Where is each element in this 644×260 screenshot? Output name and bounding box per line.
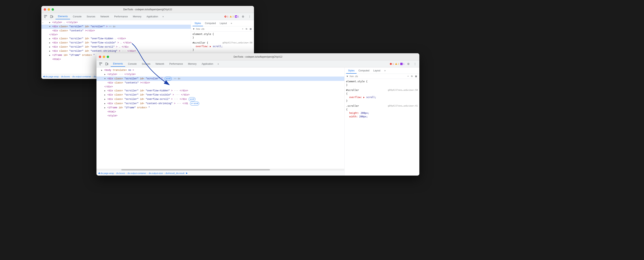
html-line[interactable]: <style> xyxy=(96,114,344,118)
filter-copy-btn-2[interactable]: ⧉ xyxy=(410,75,414,78)
ellipsis-1: … xyxy=(42,21,44,24)
breadcrumb-forward[interactable]: ▶ xyxy=(186,172,188,174)
tab-more-styles-1[interactable]: » xyxy=(229,21,234,26)
tab-memory-1[interactable]: Memory xyxy=(130,14,144,19)
breadcrumb-item[interactable]: div.output-sizer xyxy=(149,172,163,174)
tabs-more-1[interactable]: » xyxy=(161,14,166,19)
minimize-button-1[interactable] xyxy=(48,8,50,11)
close-button-2[interactable] xyxy=(99,56,101,58)
filter-toggle-btn-1[interactable]: ▦ xyxy=(249,27,252,31)
svg-text:◼: ◼ xyxy=(235,16,237,18)
filter-input-2[interactable] xyxy=(349,75,406,78)
html-line[interactable]: ▶ <style> … </style> xyxy=(41,21,191,25)
more-icon-2[interactable]: ⋮ xyxy=(412,61,418,67)
breadcrumb-item[interactable]: div.boxes xyxy=(61,75,70,78)
scrollbar-horizontal[interactable] xyxy=(96,169,344,170)
styles-panel-2: Styles Computed Layout » ▼ + ⧉ ▦ element… xyxy=(344,67,419,176)
tab-sources-2[interactable]: Sources xyxy=(140,61,153,66)
scroll-badge-selected: scroll xyxy=(164,77,172,81)
device-icon[interactable] xyxy=(49,14,54,19)
filter-input-1[interactable] xyxy=(196,28,240,30)
filter-add-btn-2[interactable]: + xyxy=(407,75,410,78)
html-line-selected-2[interactable]: ▼ <div class= "scroller" id= "scroller" … xyxy=(96,77,344,81)
tab-more-styles-2[interactable]: » xyxy=(382,68,388,74)
tab-console-2[interactable]: Console xyxy=(126,61,139,66)
filter-add-btn-1[interactable]: + xyxy=(242,27,244,31)
breadcrumb-item[interactable]: div.page-wrap xyxy=(45,75,59,78)
tab-performance-2[interactable]: Performance xyxy=(167,61,185,66)
window-title-1: DevTools - codepen.io/sofiayem/pen/gOVpX… xyxy=(123,8,172,11)
html-line[interactable]: ▶ <style> ··· </style> xyxy=(96,72,344,77)
tab-elements-1[interactable]: Elements xyxy=(56,14,70,19)
devtools-tabs-2: Elements Console Sources Network Perform… xyxy=(96,60,419,67)
breadcrumb-item[interactable]: div.output-container xyxy=(72,75,91,78)
inspect-icon[interactable] xyxy=(43,14,48,19)
window-title-2: DevTools - codepen.io/sofiayem/pen/gOVpX… xyxy=(234,55,282,58)
html-line[interactable]: <html> xyxy=(96,110,344,114)
tab-memory-2[interactable]: Memory xyxy=(186,61,199,66)
inspect-icon-2[interactable] xyxy=(98,61,104,67)
settings-icon-2[interactable]: ⚙ xyxy=(406,61,411,67)
html-line[interactable]: </div> xyxy=(41,33,191,37)
html-line[interactable]: </div> xyxy=(96,85,344,89)
html-line[interactable]: <div class= "contents" ></div> xyxy=(41,29,191,33)
html-line[interactable]: ▶ <div class= "scroller" id= "overflow-v… xyxy=(41,41,191,45)
html-line[interactable]: ▶ <iframe id= "iframe" srcdoc= " xyxy=(96,106,344,110)
tab-application-1[interactable]: Application xyxy=(144,14,160,19)
maximize-button-1[interactable] xyxy=(52,8,54,11)
tab-layout-2[interactable]: Layout xyxy=(371,68,382,74)
scroll-badge-content: v> scroll xyxy=(190,102,199,105)
tab-network-1[interactable]: Network xyxy=(98,14,112,19)
more-icon-1[interactable]: ⋮ xyxy=(247,14,252,19)
tab-styles-2[interactable]: Styles xyxy=(346,68,356,74)
filter-toggle-btn-2[interactable]: ▦ xyxy=(414,75,418,78)
settings-icon-1[interactable]: ⚙ xyxy=(240,14,246,19)
css-rule: #scroller gOVpXJJ?ano…ue&view=:50 { over… xyxy=(346,88,418,103)
scrollbar-thumb[interactable] xyxy=(121,169,270,170)
breadcrumb-back[interactable]: ◀ xyxy=(98,172,100,174)
html-line[interactable]: ▶ <div class= "scroller" id= "overflow-v… xyxy=(96,93,344,97)
html-line[interactable]: ▶ <div class= "scroller" id= "content-sh… xyxy=(96,101,344,106)
svg-text:✕: ✕ xyxy=(225,16,226,18)
filter-copy-btn-1[interactable]: ⧉ xyxy=(245,27,248,31)
breadcrumb-item[interactable]: ◀ xyxy=(43,75,44,78)
warning-badge-2: 2 xyxy=(395,63,399,65)
close-button-1[interactable] xyxy=(44,8,46,11)
html-line[interactable]: ▶ <div class= "scroller" id= "content-sh… xyxy=(41,49,191,53)
html-line[interactable]: ▶ <div class= "scroller" id= "overflow-s… xyxy=(96,97,344,101)
device-icon-2[interactable] xyxy=(104,61,110,67)
tab-console-1[interactable]: Console xyxy=(70,14,84,19)
html-line[interactable]: ▶ <div class= "scroller" id= "overflow-h… xyxy=(41,37,191,41)
html-line[interactable]: <div class= "contents" ></div> xyxy=(96,81,344,85)
svg-rect-1 xyxy=(50,15,52,18)
tab-styles-1[interactable]: Styles xyxy=(192,21,203,26)
tab-computed-2[interactable]: Computed xyxy=(356,68,371,74)
css-rule: element.style { } xyxy=(346,80,418,87)
svg-text:!: ! xyxy=(230,16,231,17)
css-rule: element.style { } xyxy=(192,32,252,40)
breadcrumb-item[interactable]: div.boxes xyxy=(116,172,125,174)
breadcrumb-item[interactable]: div.page-wrap xyxy=(100,172,114,174)
styles-tabs-1: Styles Computed Layout » xyxy=(191,20,254,27)
tabs-more-2[interactable]: » xyxy=(216,62,220,66)
tab-performance-1[interactable]: Performance xyxy=(112,14,130,19)
svg-rect-15 xyxy=(400,63,402,65)
css-triangle-icon xyxy=(210,46,211,47)
tab-computed-1[interactable]: Computed xyxy=(203,21,218,26)
elements-panel-2: ▶ <body translate= no > ▶ <style> ··· </… xyxy=(96,67,344,176)
html-line[interactable]: ▶ <div class= "scroller" id= "overflow-s… xyxy=(41,45,191,49)
breadcrumb-item[interactable]: div#result_div.result xyxy=(166,172,184,174)
tab-layout-1[interactable]: Layout xyxy=(218,21,229,26)
breadcrumb-item[interactable]: div.output-container xyxy=(128,172,146,174)
tab-elements-2[interactable]: Elements xyxy=(111,61,125,67)
svg-rect-12 xyxy=(107,63,108,65)
tab-network-2[interactable]: Network xyxy=(153,61,166,66)
minimize-button-2[interactable] xyxy=(103,56,105,58)
html-line[interactable]: ▶ <body translate= no > xyxy=(96,68,344,72)
tab-icons-1 xyxy=(43,14,54,19)
html-line[interactable]: ▶ <div class= "scroller" id= "overflow-h… xyxy=(96,89,344,93)
tab-sources-1[interactable]: Sources xyxy=(84,14,98,19)
maximize-button-2[interactable] xyxy=(107,56,109,58)
tab-application-2[interactable]: Application xyxy=(199,61,216,66)
html-line-selected[interactable]: ▼ <div class= "scroller" id= "scroller" … xyxy=(41,25,191,29)
